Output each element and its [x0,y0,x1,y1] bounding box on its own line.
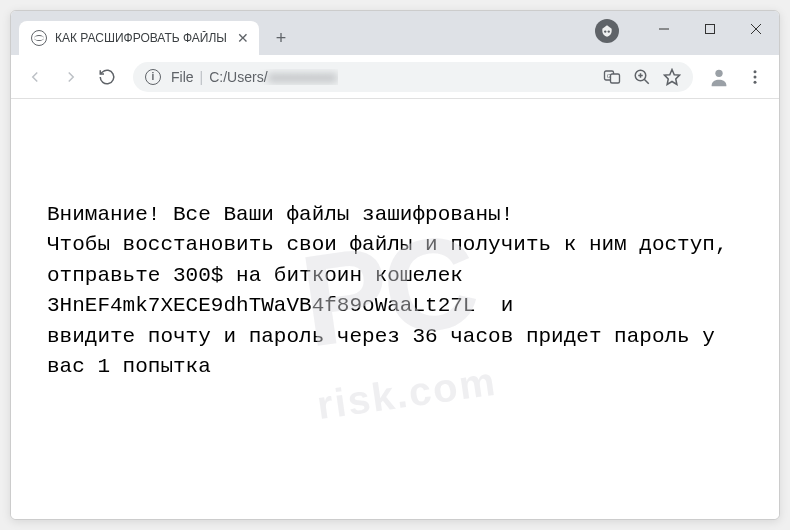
url-text: File | C:/Users/xxxxxxxxxx [171,69,338,85]
svg-point-0 [604,30,606,32]
svg-marker-13 [665,69,680,84]
titlebar: КАК РАСШИФРОВАТЬ ФАЙЛЫ ✕ + [11,11,779,55]
url-scheme: File [171,69,194,85]
browser-window: КАК РАСШИФРОВАТЬ ФАЙЛЫ ✕ + [10,10,780,520]
minimize-button[interactable] [641,11,687,47]
svg-rect-3 [706,25,715,34]
ransom-line-4: 3HnEF4mk7XECE9dhTWaVB4f89oWaaLt27L и [47,294,513,317]
new-tab-button[interactable]: + [267,24,295,52]
ransom-line-1: Внимание! Все Ваши файлы зашифрованы! [47,203,513,226]
url-separator: | [200,69,204,85]
tab-title: КАК РАСШИФРОВАТЬ ФАЙЛЫ [55,31,227,45]
forward-button[interactable] [55,61,87,93]
svg-line-10 [644,79,649,84]
window-controls [641,11,779,47]
zoom-icon[interactable] [633,68,651,86]
reload-button[interactable] [91,61,123,93]
maximize-button[interactable] [687,11,733,47]
close-tab-button[interactable]: ✕ [235,30,251,46]
browser-tab[interactable]: КАК РАСШИФРОВАТЬ ФАЙЛЫ ✕ [19,21,259,55]
bookmark-icon[interactable] [663,68,681,86]
svg-point-16 [754,75,757,78]
ransom-line-5: ввидите почту и пароль через 36 часов пр… [47,325,728,378]
close-window-button[interactable] [733,11,779,47]
address-bar[interactable]: i File | C:/Users/xxxxxxxxxx G [133,62,693,92]
incognito-icon [595,19,619,43]
menu-button[interactable] [739,61,771,93]
svg-point-17 [754,80,757,83]
svg-point-1 [608,30,610,32]
svg-point-14 [715,69,722,76]
svg-text:G: G [607,72,612,78]
ransom-line-2: Чтобы восстановить свои файлы и получить… [47,233,728,256]
globe-icon [31,30,47,46]
svg-point-15 [754,70,757,73]
url-path: C:/Users/xxxxxxxxxx [209,69,337,85]
toolbar: i File | C:/Users/xxxxxxxxxx G [11,55,779,99]
svg-rect-7 [611,74,620,83]
ransom-line-3: отправьте 300$ на биткоин кошелек [47,264,463,287]
translate-icon[interactable]: G [603,68,621,86]
back-button[interactable] [19,61,51,93]
site-info-icon[interactable]: i [145,69,161,85]
page-content: PC risk.com Внимание! Все Ваши файлы заш… [11,99,779,519]
profile-button[interactable] [703,61,735,93]
addressbar-actions: G [595,68,681,86]
